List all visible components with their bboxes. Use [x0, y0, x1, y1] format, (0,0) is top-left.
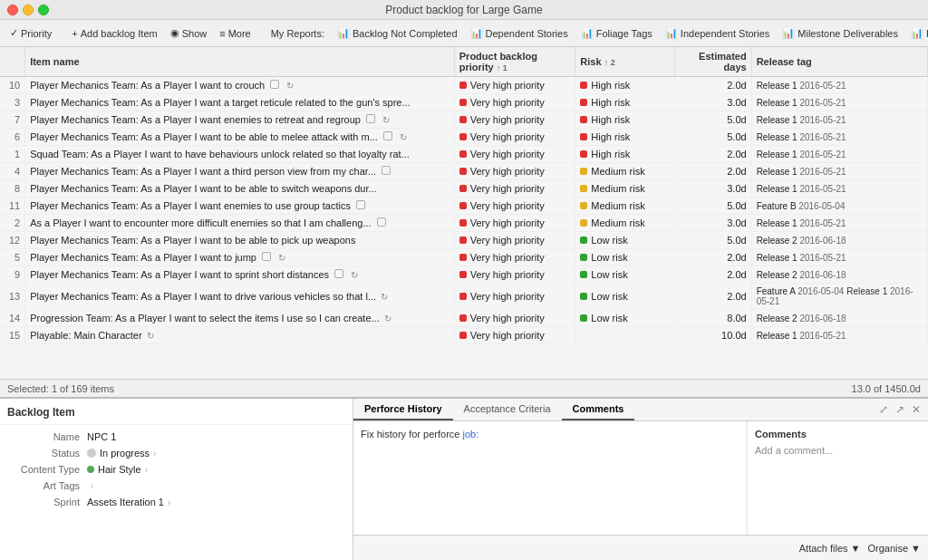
table-row[interactable]: 6Player Mechanics Team: As a Player I wa… [0, 129, 928, 146]
field-value[interactable]: In progress › [87, 448, 345, 459]
field-value[interactable]: › [87, 481, 345, 491]
row-release: Release 1 2016-05-21 [751, 163, 927, 180]
release-date: 2016-06-18 [799, 270, 846, 280]
table-row[interactable]: 15Playable: Main Character ↻Very high pr… [0, 327, 928, 344]
row-release: Release 2 2016-06-18 [751, 310, 927, 327]
row-risk: Low risk [575, 232, 674, 249]
table-row[interactable]: 13Player Mechanics Team: As a Player I w… [0, 284, 928, 310]
history-link[interactable]: job: [462, 429, 478, 439]
table-row[interactable]: 14Progression Team: As a Player I want t… [0, 310, 928, 327]
close-button[interactable] [7, 5, 18, 15]
refresh-icon[interactable]: ↻ [278, 253, 285, 263]
table-row[interactable]: 8Player Mechanics Team: As a Player I wa… [0, 180, 928, 198]
col-header-release[interactable]: Release tag [751, 47, 927, 77]
table-row[interactable]: 5Player Mechanics Team: As a Player I wa… [0, 249, 928, 266]
col-header-name[interactable]: Item name [25, 47, 455, 77]
priority-dot [459, 271, 467, 278]
table-row[interactable]: 4Player Mechanics Team: As a Player I wa… [0, 163, 928, 180]
bar-chart-icon-3: 📊 [581, 27, 594, 39]
field-arrow-icon[interactable]: › [91, 481, 93, 491]
check-icon[interactable] [356, 200, 365, 209]
table-row[interactable]: 7Player Mechanics Team: As a Player I wa… [0, 111, 928, 129]
field-label: Sprint [7, 497, 80, 507]
toolbar-backlog-not-completed[interactable]: 📊 Backlog Not Completed [333, 25, 462, 41]
table-row[interactable]: 2As a Player I want to encounter more di… [0, 215, 928, 232]
refresh-icon[interactable]: ↻ [351, 270, 358, 280]
tab-comments[interactable]: Comments [562, 399, 635, 420]
table-row[interactable]: 9Player Mechanics Team: As a Player I wa… [0, 266, 928, 284]
minimize-button[interactable] [23, 5, 34, 15]
field-arrow-icon[interactable]: › [153, 449, 156, 459]
release-name: Release 1 [757, 115, 798, 125]
table-row[interactable]: 10Player Mechanics Team: As a Player I w… [0, 77, 928, 94]
toolbar-milestone-deliverables[interactable]: 📊 Milestone Deliverables [778, 25, 903, 41]
toolbar-foliage-tags[interactable]: 📊 Foliage Tags [576, 25, 657, 41]
row-priority: Very high priority [454, 198, 575, 215]
col-header-num[interactable] [0, 47, 25, 77]
refresh-icon[interactable]: ↻ [400, 132, 407, 142]
table-row[interactable]: 11Player Mechanics Team: As a Player I w… [0, 198, 928, 215]
row-num: 1 [0, 146, 25, 163]
check-icon[interactable] [382, 166, 391, 175]
check-icon[interactable] [262, 252, 271, 261]
release-date: 2016-05-21 [799, 167, 846, 177]
table-row[interactable]: 3Player Mechanics Team: As a Player I wa… [0, 94, 928, 111]
col-header-priority[interactable]: Product backlog priority ↑ 1 [454, 47, 575, 77]
field-arrow-icon[interactable]: › [145, 465, 148, 475]
row-release: Feature A 2016-05-04 Release 1 2016-05-2… [751, 284, 927, 310]
add-comment-placeholder[interactable]: Add a comment... [755, 445, 921, 456]
priority-text: Very high priority [470, 269, 545, 280]
backlog-not-completed-label: Backlog Not Completed [353, 28, 458, 39]
maximize-button[interactable] [38, 5, 49, 15]
refresh-icon[interactable]: ↻ [384, 314, 392, 323]
toolbar-show[interactable]: ◉ Show [166, 25, 212, 41]
toolbar-release1-status[interactable]: 📊 Release 1 Status [906, 25, 928, 41]
priority-text: Very high priority [470, 114, 545, 125]
field-value[interactable]: Assets Iteration 1 › [87, 497, 345, 507]
field-arrow-icon[interactable]: › [168, 497, 170, 507]
bar-chart-icon-4: 📊 [665, 27, 678, 39]
table-container[interactable]: Item name Product backlog priority ↑ 1 R… [0, 47, 928, 379]
row-num: 3 [0, 94, 25, 111]
more-icon: ≡ [219, 28, 225, 39]
attach-files-button[interactable]: Attach files ▼ [799, 543, 861, 554]
priority-dot [459, 219, 467, 227]
field-label: Status [7, 448, 80, 459]
close-panel-icon[interactable]: ✕ [910, 401, 923, 418]
check-icon[interactable] [334, 269, 343, 278]
risk-dot [580, 82, 587, 89]
check-icon[interactable] [377, 217, 386, 227]
tab-perforce-history[interactable]: Perforce History [353, 399, 453, 420]
refresh-icon[interactable]: ↻ [147, 331, 154, 341]
organise-button[interactable]: Organise ▼ [867, 543, 921, 554]
row-priority: Very high priority [454, 146, 575, 163]
bottom-right-panel: Perforce History Acceptance Criteria Com… [353, 399, 928, 560]
popout-icon[interactable]: ↗ [894, 401, 906, 418]
row-num: 5 [0, 249, 25, 266]
check-icon[interactable] [366, 114, 375, 123]
expand-icon[interactable]: ⤢ [877, 401, 890, 418]
toolbar-more[interactable]: ≡ More [215, 26, 255, 41]
col-header-risk[interactable]: Risk ↑ 2 [575, 47, 674, 77]
toolbar-dependent-stories[interactable]: 📊 Dependent Stories [466, 25, 573, 41]
toolbar-independent-stories[interactable]: 📊 Independent Stories [661, 25, 774, 41]
field-value[interactable]: Hair Style › [87, 464, 345, 475]
table-row[interactable]: 1Squad Team: As a Player I want to have … [0, 146, 928, 163]
row-priority: Very high priority [454, 215, 575, 232]
priority-dot [459, 254, 467, 261]
table-row[interactable]: 12Player Mechanics Team: As a Player I w… [0, 232, 928, 249]
toolbar-add-backlog[interactable]: + Add backlog Item [67, 26, 161, 41]
refresh-icon[interactable]: ↻ [382, 115, 390, 125]
refresh-icon[interactable]: ↻ [381, 292, 388, 302]
tab-action-icons: ⤢ ↗ ✕ [877, 401, 928, 418]
col-header-days[interactable]: Estimated days [674, 47, 751, 77]
risk-dot [580, 99, 587, 106]
risk-text: High risk [591, 80, 630, 91]
my-reports-label: My Reports: [271, 28, 324, 39]
refresh-icon[interactable]: ↻ [286, 81, 294, 91]
bottom-footer: Attach files ▼ Organise ▼ [353, 535, 928, 560]
check-icon[interactable] [383, 131, 392, 140]
toolbar-priority[interactable]: ✓ Priority [5, 25, 56, 41]
check-icon[interactable] [270, 80, 279, 89]
tab-acceptance-criteria[interactable]: Acceptance Criteria [453, 399, 562, 420]
